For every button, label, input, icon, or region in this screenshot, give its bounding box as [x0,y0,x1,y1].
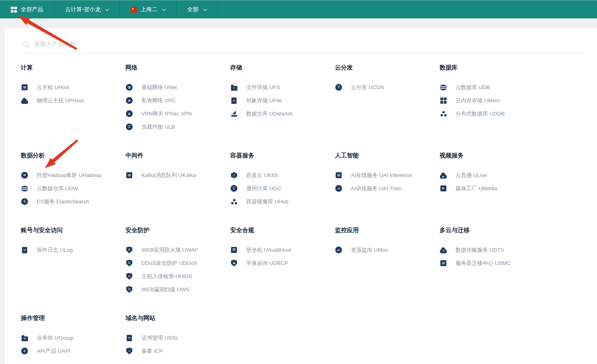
product-label: 业务组 UGroup [37,334,74,342]
product-link[interactable]: AIAI训练服务 UAI Train [335,182,440,195]
product-icon-box: ○ [230,172,238,179]
section-title: 数据库 [440,64,544,72]
product-icon-box: ≈ [335,247,342,253]
product-link[interactable]: ○容器云 UK8S [230,169,335,182]
product-link[interactable]: Y云分发 UCDN [335,81,440,94]
section-title: 视频服务 [440,152,544,159]
product-link[interactable]: 分布式数据库 UDDB [440,107,544,120]
product-link[interactable]: 物理云主机 UPHost [21,94,125,107]
product-icon-box [21,97,28,104]
product-link[interactable]: ≡操作日志 ULog [21,243,125,257]
bastion-host-icon: M [231,247,237,253]
section-title: 数据分析 [21,152,125,159]
product-link[interactable]: DDDoS攻击防护 UDDoS [125,257,230,270]
project-selector[interactable]: 云计算-贺小龙 [54,1,119,18]
product-icon-box: ↕ [440,247,447,253]
product-link[interactable]: ≡证书管理 USSL [125,331,230,344]
region-label: 上海二 [141,6,157,13]
product-label: 备案 ICP [141,348,163,355]
product-section: 视频服务▶云直播 ULive▶媒体工厂 UMedia [440,152,544,195]
section-title: 容器服务 [230,152,335,159]
product-section: 人工智能≡AI在线服务 UAI InferenceAIAI训练服务 UAI Tr… [335,152,440,195]
region-selector[interactable]: ★ 上海二 [120,1,176,18]
product-link[interactable]: ≡Kafka消息队列 UKafka [125,169,230,182]
product-link[interactable]: QWEB漏洞扫描 UWS [125,283,230,296]
product-link[interactable]: ▲VPN网关 IPSec VPN [125,107,230,120]
physical-cloud-host-icon [21,100,28,104]
product-link[interactable]: ↕负载均衡 ULB [125,120,230,133]
product-icon-box: + [21,348,28,354]
product-label: 物理云主机 UPHost [37,97,84,104]
product-link[interactable]: ↕数据传输服务 UDTS [440,243,544,257]
product-section: 域名与网站≡证书管理 USSL✓备案 ICP [125,314,230,358]
operation-log-icon: ≡ [22,247,27,253]
distributed-database-icon [440,111,447,117]
product-link[interactable]: ▶云直播 ULive [440,169,544,182]
product-link[interactable]: 云内存存储 UMem [440,94,544,107]
section-title: 中间件 [125,152,230,159]
product-link[interactable]: ≈资源监控 UMon [335,243,440,257]
product-section: 多云与迁移↕数据传输服务 UDTS≡服务器迁移中心 USMC [440,227,544,270]
dataark-icon [231,111,237,117]
product-link[interactable]: ▲私有网络 VPC [125,94,230,107]
product-link[interactable]: ≡托管Hadoop集群 UHadoop [21,169,125,182]
product-icon-box: S [21,198,28,205]
product-icon-box: Q [125,286,133,293]
certificate-icon: ≡ [127,335,132,341]
section-title: 账号与安全访问 [21,227,125,234]
product-link[interactable]: SES服务 ElasticSearch [21,195,125,208]
product-link[interactable]: 云数据库 UDB [440,81,544,94]
object-storage-icon: ≡ [231,97,237,104]
product-icon-box: ↕ [125,123,133,130]
web-scan-shield-icon: Q [126,286,132,293]
product-section: 云分发Y云分发 UCDN [335,64,440,94]
product-link[interactable]: ≡主机入侵检测 UHIDS [125,270,230,283]
product-link[interactable]: ✓备案 ICP [125,344,230,358]
product-icon-box: ≡ [125,273,133,280]
hadoop-cluster-icon: ≡ [21,172,28,179]
product-link[interactable]: #WEB应用防火墙 UWAF [125,243,230,257]
product-link[interactable]: C通用计算 UGC [230,182,335,195]
product-icon-box: ≡ [230,97,238,104]
product-section: 账号与安全访问≡操作日志 ULog [21,227,125,257]
product-section: 容器服务○容器云 UK8SC通用计算 UGC容器镜像库 UHub [230,152,335,208]
product-icon-box: ▲ [125,110,133,117]
basic-network-icon: ⊕ [126,84,133,91]
section-title: 云分发 [335,64,440,72]
product-section: 计算≡云主机 UHost物理云主机 UPHost [21,64,125,107]
china-flag-icon: ★ [131,7,137,13]
hids-shield-icon: ≡ [126,273,132,280]
product-label: 云内存存储 UMem [456,97,500,104]
zone-label: 全部 [187,6,199,13]
product-link[interactable]: +API产品 UAPI [21,344,125,358]
product-link[interactable]: ≡业务组 UGroup [21,331,125,344]
product-icon-box: ▶ [440,185,447,191]
product-link[interactable]: M堡垒机 UAuditHost [230,243,335,257]
search-input[interactable] [33,40,257,48]
zone-selector[interactable]: 全部 [177,1,217,18]
product-link[interactable]: 云数据仓库 UDW [21,182,125,195]
product-link[interactable]: ▶媒体工厂 UMedia [440,182,544,195]
vpn-gateway-icon: ▲ [126,110,133,117]
product-link[interactable]: ⊕基础网络 UNet [125,81,230,94]
product-section: 安全合规M堡垒机 UAuditHost■等保咨询 UDBCP [230,227,335,270]
all-products-button[interactable]: 全部产品 [0,1,54,18]
product-link[interactable]: 数据方舟 UDataArk [230,107,335,120]
resource-monitor-icon: ≈ [335,247,342,253]
ddos-shield-icon: D [126,260,132,267]
product-link[interactable]: ≡AI在线服务 UAI Inference [335,169,440,182]
product-label: VPN网关 IPSec VPN [141,110,192,117]
product-link[interactable]: ≡云主机 UHost [21,81,125,94]
product-link[interactable]: ■等保咨询 UDBCP [230,257,335,270]
product-icon-box: ≡ [21,247,28,253]
product-link[interactable]: v文件存储 UFS [230,81,335,94]
waf-shield-icon: # [126,247,132,253]
product-link[interactable]: 容器镜像库 UHub [230,195,335,208]
product-grid: 计算≡云主机 UHost物理云主机 UPHost网络⊕基础网络 UNet▲私有网… [21,64,597,358]
product-link[interactable]: ≡对象存储 UFile [230,94,335,107]
elasticsearch-icon: S [21,198,28,205]
product-panel: 计算≡云主机 UHost物理云主机 UPHost网络⊕基础网络 UNet▲私有网… [5,28,597,364]
product-link[interactable]: ≡服务器迁移中心 USMC [440,257,544,270]
product-icon-box [440,85,447,90]
product-label: 负载均衡 ULB [141,123,175,131]
